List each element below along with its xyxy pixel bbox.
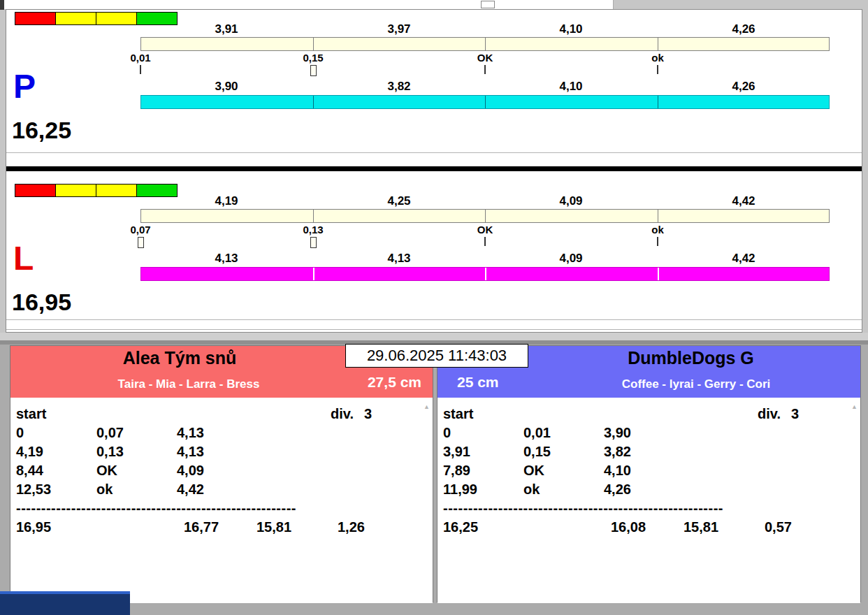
result-row: 0 0,01 3,90 (437, 425, 860, 444)
team-dogs: Coffee - lyrai - Gerry - Cori (556, 377, 836, 391)
split-time: 4,09 (485, 194, 657, 208)
lane-total-p: 16,25 (12, 117, 71, 143)
tick-label: ok (626, 224, 689, 236)
totals-row: 16,25 16,08 15,81 0,57 (437, 519, 860, 538)
split-time: 4,10 (485, 80, 657, 94)
taskbar-button[interactable] (0, 591, 130, 615)
dog-time: 4,13 (177, 425, 204, 441)
tick-marker (484, 237, 486, 246)
split-time: 4,09 (485, 252, 657, 266)
result-header-row: start div. 3 (437, 406, 860, 425)
result-header-row: start div. 3 (10, 406, 433, 425)
result-row: 3,91 0,15 3,82 (437, 444, 860, 463)
jump-height: 25 cm (457, 374, 499, 391)
crossing-value: OK (96, 463, 117, 479)
crossing-value: 0,01 (523, 425, 551, 441)
light-yellow1-icon (55, 184, 96, 197)
dashed-separator: ----------------------------------------… (10, 500, 433, 519)
total-time: 16,25 (443, 519, 478, 535)
lane-l-bars: 4,19 4,25 4,09 4,42 0,07 0,13 OK (140, 182, 830, 338)
lane-total-l: 16,95 (12, 289, 71, 315)
dog-time: 4,42 (177, 482, 204, 498)
lane-p-bars: 3,91 3,97 4,10 4,26 0,01 0,15 OK (140, 10, 830, 166)
total-diff: 0,57 (765, 519, 792, 535)
cumulative-time: 3,91 (443, 444, 470, 460)
result-row: 7,89 OK 4,10 (437, 463, 860, 482)
result-row: 11,99 ok 4,26 (437, 482, 860, 500)
split-time: 4,26 (658, 22, 830, 36)
tick-marker (484, 65, 486, 74)
run-bar-l (140, 267, 830, 281)
crossing-value: OK (523, 463, 544, 479)
toolbar-mini-button[interactable] (481, 1, 495, 8)
dashed-separator: ----------------------------------------… (437, 500, 860, 519)
window-corner (0, 0, 4, 10)
datetime-display: 29.06.2025 11:43:03 (345, 344, 528, 368)
tick-label: OK (454, 52, 516, 64)
lane-letter-l: L (13, 242, 34, 275)
dog-time: 4,13 (177, 444, 204, 460)
result-row: 8,44 OK 4,09 (10, 463, 433, 482)
result-row: 0 0,07 4,13 (10, 425, 433, 444)
tick-label: OK (454, 224, 516, 236)
total-diff: 1,26 (338, 519, 365, 535)
total-alt-1: 16,77 (184, 519, 219, 535)
split-time: 4,25 (313, 194, 485, 208)
region-strip (0, 333, 868, 340)
crossing-indicators: 0,07 0,13 OK ok (140, 224, 830, 252)
light-yellow2-icon (96, 12, 137, 25)
team-panel-right: DumbleDogs G Coffee - lyrai - Gerry - Co… (437, 345, 861, 602)
light-yellow1-icon (55, 12, 96, 25)
split-time: 4,19 (140, 194, 312, 208)
split-time: 4,42 (658, 252, 830, 266)
tick-label: ok (626, 52, 689, 64)
timing-window: 3,91 3,97 4,10 4,26 0,01 0,15 OK (6, 9, 862, 333)
cumulative-time: 7,89 (443, 463, 470, 479)
cumulative-time: 0 (16, 425, 24, 441)
run-bar-p (140, 95, 830, 109)
tick-marker (138, 237, 144, 248)
results-body-left: ▲ start div. 3 0 0,07 4,13 4,19 0,13 4,1… (10, 398, 433, 603)
crossing-value: 0,07 (96, 425, 124, 441)
split-time: 3,91 (140, 22, 312, 36)
start-label: start (16, 406, 46, 422)
tick-marker (310, 237, 317, 248)
crossing-value: ok (96, 482, 113, 498)
lane-p: 3,91 3,97 4,10 4,26 0,01 0,15 OK (6, 10, 862, 166)
dog-time: 3,90 (604, 425, 631, 441)
crossing-indicators: 0,01 0,15 OK ok (140, 52, 830, 80)
split-time: 3,90 (140, 80, 312, 94)
tick-marker (657, 237, 658, 246)
split-time: 3,82 (313, 80, 485, 94)
run-split-times: 3,90 3,82 4,10 4,26 (140, 80, 830, 94)
crossing-value: 0,13 (96, 444, 124, 460)
totals-row: 16,95 16,77 15,81 1,26 (10, 519, 433, 538)
split-time: 4,10 (485, 22, 657, 36)
crossing-value: 0,15 (523, 444, 551, 460)
light-red-icon (15, 184, 56, 197)
tick-label: 0,15 (282, 52, 345, 64)
division-label: div. (331, 406, 354, 422)
cumulative-time: 0 (443, 425, 451, 441)
total-alt-2: 15,81 (683, 519, 718, 535)
dog-time: 4,09 (177, 463, 204, 479)
tick-marker (140, 65, 141, 74)
toolbar-cutoff (3, 0, 614, 9)
separator-line (6, 329, 862, 330)
light-yellow2-icon (96, 184, 137, 197)
split-time: 4,13 (140, 252, 312, 266)
run-split-times: 4,13 4,13 4,09 4,42 (140, 252, 830, 266)
tick-marker (657, 65, 658, 74)
reference-bar (140, 37, 830, 51)
total-alt-2: 15,81 (256, 519, 291, 535)
tick-label: 0,01 (109, 52, 172, 64)
division-label: div. (758, 406, 781, 422)
crossing-value: ok (523, 482, 540, 498)
team-panel-left: Alea Tým snů Taira - Mia - Larra - Bress… (10, 345, 433, 602)
result-row: 4,19 0,13 4,13 (10, 444, 433, 463)
separator-line (6, 152, 862, 153)
reference-bar (140, 209, 830, 223)
cumulative-time: 8,44 (16, 463, 43, 479)
division-value: 3 (791, 406, 799, 422)
lane-divider (6, 166, 862, 171)
